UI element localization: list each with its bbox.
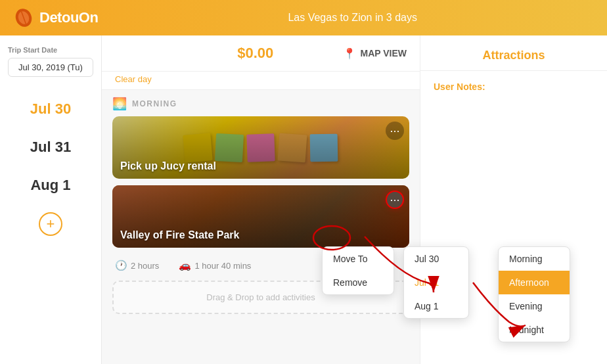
trip-start-label: Trip Start Date <box>8 46 93 54</box>
activity-card-jucy[interactable]: Pick up Jucy rental ··· <box>112 116 409 179</box>
attractions-title: Attractions <box>434 49 594 62</box>
drop-zone-label: Drag & Drop to add activities <box>206 292 315 302</box>
sidebar: Trip Start Date Jul 30, 2019 (Tu) Jul 30… <box>0 35 102 364</box>
jucy-card-overlay: Pick up Jucy rental <box>112 116 409 179</box>
time-submenu: Morning Afternoon Evening Midnight <box>498 246 570 342</box>
car-icon: 🚗 <box>179 260 191 271</box>
morning-icon: 🌅 <box>112 97 127 111</box>
activity-card-valley[interactable]: Valley of Fire State Park ··· <box>112 185 409 248</box>
time-evening[interactable]: Evening <box>499 294 570 318</box>
map-view-button[interactable]: 📍 MAP VIEW <box>343 47 407 60</box>
clock-icon: 🕐 <box>115 260 127 271</box>
day-submenu-jul31[interactable]: Jul 31 <box>404 271 468 294</box>
time-midnight[interactable]: Midnight <box>499 318 570 342</box>
add-day-button[interactable]: + <box>8 212 93 236</box>
day-submenu-jul30[interactable]: Jul 30 <box>404 247 468 271</box>
valley-overlay: Valley of Fire State Park <box>112 185 409 248</box>
move-to-menu-item[interactable]: Move To <box>323 247 393 271</box>
day-submenu-aug1[interactable]: Aug 1 <box>404 294 468 318</box>
attractions-header: Attractions <box>420 35 607 71</box>
context-menu: Move To Remove <box>322 246 394 295</box>
app-header: DetouOn Las Vegas to Zion in 3 days <box>0 0 607 35</box>
add-day-circle-icon: + <box>39 212 62 236</box>
duration-text: 2 hours <box>131 261 159 271</box>
jucy-card-bg: Pick up Jucy rental <box>112 116 409 179</box>
clear-day-button[interactable]: Clear day <box>102 72 420 89</box>
logo: DetouOn <box>13 7 98 28</box>
logo-text: DetouOn <box>39 9 98 26</box>
schedule-area: 🌅 MORNING Pick up Jucy <box>102 90 420 364</box>
content-header: $0.00 📍 MAP VIEW <box>102 35 420 72</box>
valley-card-title: Valley of Fire State Park <box>120 229 239 241</box>
jucy-menu-button[interactable]: ··· <box>386 122 404 140</box>
content-area: $0.00 📍 MAP VIEW Clear day 🌅 MORNING <box>102 35 420 364</box>
time-morning[interactable]: Morning <box>499 247 570 271</box>
valley-card-bg: Valley of Fire State Park <box>112 185 409 248</box>
sidebar-day-aug1[interactable]: Aug 1 <box>8 166 93 204</box>
map-pin-icon: 📍 <box>343 47 356 60</box>
day-submenu: Jul 30 Jul 31 Aug 1 <box>403 246 469 319</box>
sidebar-day-jul31[interactable]: Jul 31 <box>8 128 93 166</box>
morning-label: MORNING <box>132 99 177 108</box>
drive-text: 1 hour 40 mins <box>194 261 251 271</box>
remove-menu-item[interactable]: Remove <box>323 271 393 294</box>
time-afternoon[interactable]: Afternoon <box>499 271 570 294</box>
trip-title: Las Vegas to Zion in 3 days <box>111 12 594 24</box>
sidebar-day-jul30[interactable]: Jul 30 <box>8 90 93 128</box>
valley-menu-button[interactable]: ··· <box>386 191 404 209</box>
trip-start-date[interactable]: Jul 30, 2019 (Tu) <box>8 58 93 77</box>
cost-display: $0.00 <box>237 45 273 62</box>
morning-header: 🌅 MORNING <box>112 97 409 111</box>
drive-item: 🚗 1 hour 40 mins <box>179 260 251 271</box>
logo-icon <box>13 7 34 28</box>
duration-item: 🕐 2 hours <box>115 260 159 271</box>
jucy-card-title: Pick up Jucy rental <box>120 160 216 172</box>
user-notes-label: User Notes: <box>420 71 607 102</box>
